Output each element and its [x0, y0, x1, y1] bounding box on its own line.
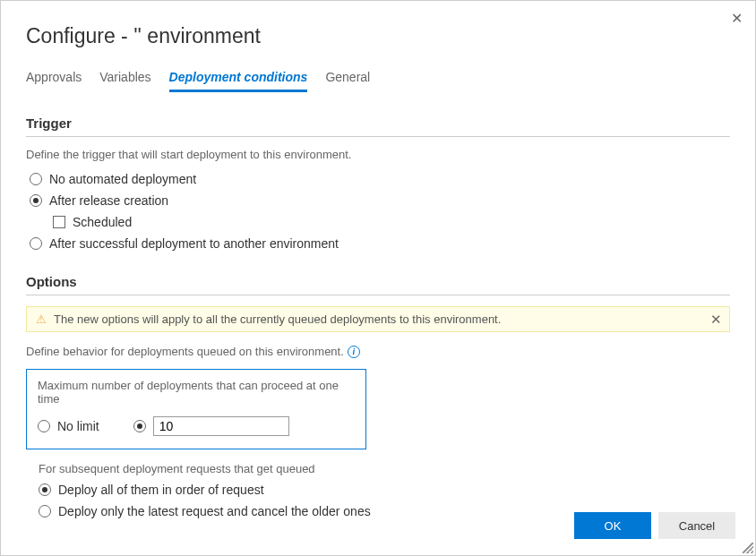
tab-approvals[interactable]: Approvals — [26, 70, 82, 92]
radio-after-successful[interactable] — [30, 237, 42, 250]
radio-deploy-all-label: Deploy all of them in order of request — [58, 483, 264, 497]
tab-bar: Approvals Variables Deployment condition… — [26, 70, 730, 92]
radio-deploy-all[interactable] — [39, 483, 51, 496]
radio-specific-limit[interactable] — [133, 420, 146, 432]
radio-no-automated-label: No automated deployment — [49, 172, 196, 186]
checkbox-scheduled-label: Scheduled — [73, 215, 132, 229]
max-deployments-box: Maximum number of deployments that can p… — [26, 369, 366, 449]
resize-grip[interactable] — [743, 543, 753, 553]
options-section-title: Options — [26, 274, 730, 295]
tab-variables[interactable]: Variables — [99, 70, 150, 92]
warning-close-icon[interactable]: ✕ — [710, 312, 722, 328]
tab-deployment-conditions[interactable]: Deployment conditions — [169, 70, 308, 92]
tab-general[interactable]: General — [325, 70, 370, 92]
trigger-section-title: Trigger — [26, 115, 730, 137]
max-deployments-label: Maximum number of deployments that can p… — [38, 379, 355, 406]
radio-after-release-label: After release creation — [49, 193, 168, 208]
options-description: Define behavior for deployments queued o… — [26, 345, 344, 358]
info-icon[interactable]: i — [348, 346, 360, 358]
ok-button[interactable]: OK — [574, 512, 651, 539]
warning-text: The new options will apply to all the cu… — [54, 312, 501, 326]
radio-no-limit-label: No limit — [57, 419, 99, 433]
limit-input[interactable] — [153, 416, 289, 436]
cancel-button[interactable]: Cancel — [658, 512, 735, 539]
trigger-radio-group: No automated deployment After release cr… — [30, 172, 730, 251]
button-bar: OK Cancel — [1, 512, 755, 555]
checkbox-scheduled[interactable] — [53, 216, 65, 228]
close-icon[interactable]: ✕ — [731, 10, 743, 27]
radio-after-successful-label: After successful deployment to another e… — [49, 236, 339, 251]
subsequent-label: For subsequent deployment requests that … — [39, 462, 730, 475]
radio-no-limit[interactable] — [38, 420, 50, 432]
trigger-description: Define the trigger that will start deplo… — [26, 148, 730, 161]
radio-no-automated[interactable] — [30, 173, 42, 185]
warning-icon: ⚠ — [36, 312, 47, 326]
dialog-title: Configure - '' environment — [26, 24, 730, 48]
radio-after-release[interactable] — [30, 194, 42, 207]
warning-banner: ⚠ The new options will apply to all the … — [26, 306, 730, 332]
